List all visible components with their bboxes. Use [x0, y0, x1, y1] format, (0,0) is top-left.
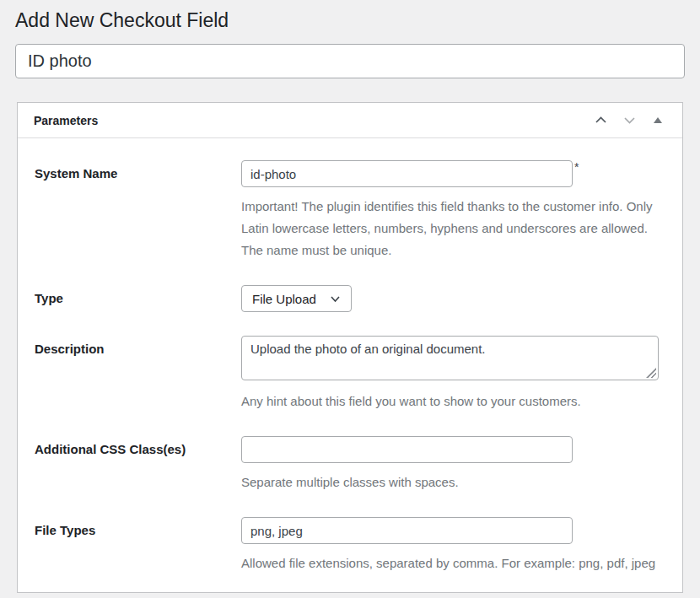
form-row-description: Description Upload the photo of an origi…: [35, 336, 665, 412]
form-row-system-name: System Name * Important! The plugin iden…: [35, 160, 665, 261]
description-control: Upload the photo of an original document…: [241, 336, 665, 412]
type-select[interactable]: File Upload: [241, 285, 352, 312]
triangle-up-icon: [654, 117, 662, 123]
description-label: Description: [35, 336, 241, 412]
file-types-help: Allowed file extensions, separated by co…: [241, 552, 660, 574]
panel-title: Parameters: [34, 114, 98, 127]
css-classes-input[interactable]: [241, 436, 573, 463]
page-title: Add New Checkout Field: [0, 0, 700, 33]
system-name-control: * Important! The plugin identifies this …: [241, 160, 665, 261]
css-classes-label: Additional CSS Class(es): [35, 436, 241, 493]
add-checkout-field-page: Add New Checkout Field Parameters: [0, 0, 700, 598]
system-name-input[interactable]: [241, 160, 573, 187]
form-row-css-classes: Additional CSS Class(es) Separate multip…: [35, 436, 665, 493]
system-name-help: Important! The plugin identifies this fi…: [241, 196, 660, 261]
type-label: Type: [35, 285, 241, 312]
file-types-label: File Types: [35, 517, 241, 574]
field-title-input[interactable]: [15, 44, 685, 78]
description-help: Any hint about this field you want to sh…: [241, 391, 660, 412]
parameters-panel-header[interactable]: Parameters: [18, 103, 682, 138]
type-control: File Upload: [241, 285, 665, 312]
description-textarea-wrap: Upload the photo of an original document…: [241, 336, 659, 380]
file-types-control: Allowed file extensions, separated by co…: [241, 517, 665, 574]
parameters-panel: Parameters System: [17, 102, 683, 593]
css-classes-control: Separate multiple classes with spaces.: [241, 436, 665, 493]
description-textarea[interactable]: Upload the photo of an original document…: [241, 336, 659, 380]
parameters-panel-body: System Name * Important! The plugin iden…: [18, 138, 682, 574]
type-select-value: File Upload: [252, 292, 316, 306]
toggle-panel-icon[interactable]: [649, 111, 667, 130]
form-row-type: Type File Upload: [35, 285, 665, 312]
chevron-down-icon: [330, 294, 341, 304]
css-classes-help: Separate multiple classes with spaces.: [241, 471, 660, 493]
move-down-icon[interactable]: [620, 111, 638, 130]
field-title-wrap: [15, 44, 685, 78]
file-types-input[interactable]: [241, 517, 573, 544]
panel-controls: [581, 111, 667, 130]
move-up-icon[interactable]: [591, 111, 610, 130]
form-row-file-types: File Types Allowed file extensions, sepa…: [35, 517, 665, 574]
system-name-label: System Name: [35, 160, 241, 261]
required-marker: *: [574, 160, 579, 174]
